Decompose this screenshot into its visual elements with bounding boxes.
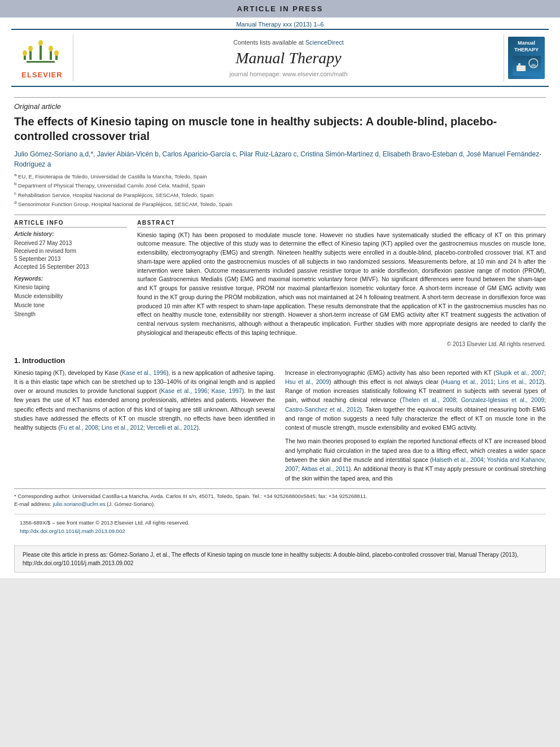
revised-date: Received in revised form 5 September 201… <box>14 247 127 263</box>
abstract-col: ABSTRACT Kinesio taping (KT) has been pr… <box>137 220 546 347</box>
email-suffix: (J. Gómez-Soriano). <box>107 501 155 507</box>
svg-point-8 <box>49 46 53 51</box>
journal-name: Manual Therapy <box>235 49 341 67</box>
affiliation-b: b Department of Physical Therapy, Univer… <box>14 181 546 190</box>
intro-title-text: Introduction <box>22 356 65 365</box>
intro-left: Kinesio taping (KT), developed by Kase (… <box>14 368 275 483</box>
ref-lins-2012b[interactable]: Lins et al., 2012 <box>498 378 542 385</box>
ref-vercelli-2012[interactable]: Vercelli et al., 2012 <box>147 424 197 431</box>
svg-point-9 <box>23 50 27 56</box>
ref-fu-2008[interactable]: Fu et al., 2008 <box>60 424 98 431</box>
journal-logo-right: ManualTHERAPY <box>504 34 549 81</box>
svg-point-10 <box>54 50 59 56</box>
footnote-section: * Corresponding author. Universidad Cast… <box>14 488 546 509</box>
introduction-section: 1. Introduction Kinesio taping (KT), dev… <box>14 356 546 483</box>
affiliation-a: a EU, E, Fisioterapia de Toledo, Univers… <box>14 172 546 181</box>
affiliations: a EU, E, Fisioterapia de Toledo, Univers… <box>14 172 546 209</box>
intro-left-p1: Kinesio taping (KT), developed by Kase (… <box>14 368 275 433</box>
elsevier-logo: ELSEVIER <box>11 34 73 81</box>
abstract-header: ABSTRACT <box>137 220 546 228</box>
article-body: Original article The effects of Kinesio … <box>0 87 560 578</box>
keyword-2: Muscle extensibility <box>14 292 127 301</box>
journal-logo-text: ManualTHERAPY <box>514 40 539 53</box>
bottom-issn: 1356-689X/$ – see front matter © 2013 El… <box>20 519 190 535</box>
history-label: Article history: <box>14 231 127 237</box>
corresponding-author-note: * Corresponding author. Universidad Cast… <box>14 492 546 500</box>
two-col-info-abstract: ARTICLE INFO Article history: Received 2… <box>14 220 546 347</box>
ref-hsu-2009[interactable]: Hsu et al., 2009 <box>285 378 329 385</box>
article-info-col: ARTICLE INFO Article history: Received 2… <box>14 220 127 347</box>
ref-halseth-2004[interactable]: Halseth et al., 2004 <box>432 456 483 463</box>
ref-lins-2012a[interactable]: Lins et al., 2012 <box>102 424 143 431</box>
received-date: Received 27 May 2013 <box>14 239 127 247</box>
logo-icon <box>515 58 538 73</box>
article-type: Original article <box>14 102 546 111</box>
sciencedirect-label: Contents lists available at <box>233 39 304 46</box>
ref-gonzalez-2009[interactable]: Gonzalez-Iglesias et al., 2009 <box>461 396 544 403</box>
svg-rect-11 <box>27 61 55 63</box>
ref-akbas-2011[interactable]: Akbas et al., 2011 <box>301 465 349 472</box>
ref-slupik-2007[interactable]: Slupik et al., 2007 <box>496 369 544 376</box>
intro-number: 1. <box>14 356 20 365</box>
ref-kase-1997[interactable]: Kase, 1997 <box>211 387 242 394</box>
citation-box: Please cite this article in press as: Gó… <box>14 545 546 573</box>
journal-ref-text: Manual Therapy xxx (2013) 1–6 <box>236 21 323 28</box>
page-wrapper: ARTICLE IN PRESS Manual Therapy xxx (201… <box>0 0 560 578</box>
revised-label: Received in revised form <box>14 248 76 254</box>
keywords-list: Kinesio taping Muscle extensibility Musc… <box>14 283 127 319</box>
ref-kase-1996b[interactable]: Kase et al., 1996 <box>161 387 207 394</box>
authors: Julio Gómez-Soriano a,d,*, Javier Abián-… <box>14 149 546 169</box>
abstract-text: Kinesio taping (KT) has been proposed to… <box>137 231 546 338</box>
citation-text: Please cite this article in press as: Gó… <box>23 552 518 566</box>
email-line: E-mail address: julio.soriano@uclm.es (J… <box>14 500 546 508</box>
email-address[interactable]: julio.soriano@uclm.es <box>53 501 106 507</box>
article-divider <box>14 215 546 215</box>
homepage-line: journal homepage: www.elsevier.com/math <box>229 71 347 77</box>
elsevier-brand-text: ELSEVIER <box>21 71 62 79</box>
affiliation-a-text: EU, E, Fisioterapia de Toledo, Universid… <box>18 173 207 180</box>
svg-point-6 <box>38 40 43 46</box>
issn-text: 1356-689X/$ – see front matter © 2013 El… <box>20 519 190 527</box>
ref-huang-2011[interactable]: Huang et al., 2011 <box>443 378 493 385</box>
ref-thelen-2008[interactable]: Thelen et al., 2008 <box>402 396 456 403</box>
ref-kase-1996a[interactable]: Kase et al., 1996 <box>122 369 167 376</box>
keyword-4: Strength <box>14 310 127 319</box>
intro-title: 1. Introduction <box>14 356 546 365</box>
intro-right: Increase in electromyographic (EMG) acti… <box>285 368 546 483</box>
affiliation-c-text: Rehabilitation Service, Hospital Naciona… <box>18 192 214 198</box>
sciencedirect-link[interactable]: ScienceDirect <box>305 39 344 46</box>
intro-right-p1: Increase in electromyographic (EMG) acti… <box>285 368 546 433</box>
aip-banner: ARTICLE IN PRESS <box>0 0 560 18</box>
ref-castro-2012[interactable]: Castro-Sanchez et al., 2012 <box>285 406 360 413</box>
journal-ref: Manual Therapy xxx (2013) 1–6 <box>0 18 560 29</box>
intro-two-col: Kinesio taping (KT), developed by Kase (… <box>14 368 546 483</box>
article-title: The effects of Kinesio taping on muscle … <box>14 114 546 143</box>
svg-rect-13 <box>518 63 520 71</box>
doi-text[interactable]: http://dx.doi.org/10.1016/j.math.2013.09… <box>20 527 190 535</box>
aip-banner-text: ARTICLE IN PRESS <box>237 5 323 13</box>
keywords-label: Keywords: <box>14 276 127 282</box>
revised-date-value: 5 September 2013 <box>14 256 60 262</box>
sciencedirect-line: Contents lists available at ScienceDirec… <box>233 39 344 46</box>
keyword-3: Muscle tone <box>14 301 127 310</box>
journal-center: Contents lists available at ScienceDirec… <box>73 34 504 81</box>
header-divider <box>14 97 546 98</box>
authors-text: Julio Gómez-Soriano a,d,*, Javier Abián-… <box>14 150 541 168</box>
elsevier-logo-svg <box>18 37 66 68</box>
affiliation-b-text: Department of Physical Therapy, Universi… <box>18 183 205 189</box>
affiliation-c: c Rehabilitation Service, Hospital Nacio… <box>14 190 546 199</box>
affiliation-d-text: Sensorimotor Function Group, Hospital Na… <box>18 201 233 207</box>
intro-right-p2: The two main theories proposed to explai… <box>285 436 546 482</box>
bottom-bar: 1356-689X/$ – see front matter © 2013 El… <box>14 514 546 540</box>
accepted-date: Accepted 16 September 2013 <box>14 263 127 271</box>
journal-header: ELSEVIER Contents lists available at Sci… <box>11 29 549 87</box>
email-label: E-mail address: <box>14 501 51 507</box>
svg-point-7 <box>28 46 33 51</box>
copyright-line: © 2013 Elsevier Ltd. All rights reserved… <box>137 341 546 347</box>
affiliation-d: d Sensorimotor Function Group, Hospital … <box>14 199 546 208</box>
article-info-header: ARTICLE INFO <box>14 220 127 228</box>
journal-logo-box: ManualTHERAPY <box>508 37 545 79</box>
keyword-1: Kinesio taping <box>14 283 127 292</box>
journal-logo-image <box>513 56 541 76</box>
svg-rect-12 <box>517 65 526 71</box>
